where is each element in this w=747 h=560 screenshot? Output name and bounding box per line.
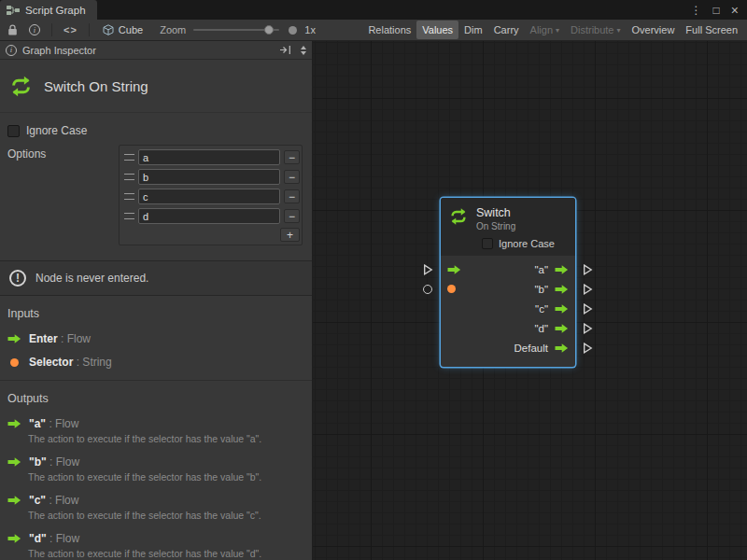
option-value-input[interactable]	[138, 208, 280, 224]
warning-box: ! Node is never entered.	[0, 260, 312, 296]
drag-handle-icon[interactable]	[124, 213, 134, 219]
graph-toolbar: i <> Cube Zoom 1x Relations Values Dim C…	[0, 20, 747, 41]
port-label: "b"	[534, 284, 548, 295]
graph-canvas[interactable]: Switch On String Ignore Case	[313, 41, 747, 560]
option-value-input[interactable]	[138, 189, 280, 204]
selector-port-icon[interactable]	[447, 285, 456, 293]
node-port-row-default: Default	[441, 338, 575, 357]
flow-outlet-triangle[interactable]	[583, 322, 593, 334]
section-divider	[0, 380, 312, 381]
port-label: Default	[514, 343, 548, 354]
dock-panel-icon[interactable]	[279, 45, 291, 55]
warning-icon: !	[9, 270, 26, 287]
graph-target-label: Cube	[119, 24, 143, 35]
ignore-case-row: Ignore Case	[7, 124, 304, 137]
node-ports: "a" "b"	[441, 256, 575, 367]
script-graph-icon	[7, 5, 20, 16]
node-port-row-c: "c"	[441, 299, 575, 318]
node-ignore-case-row: Ignore Case	[482, 238, 568, 249]
zoom-value: 1x	[304, 24, 316, 35]
graph-inspector-header: i Graph Inspector	[0, 41, 312, 60]
output-port-icon[interactable]	[555, 285, 569, 294]
drag-handle-icon[interactable]	[124, 174, 134, 180]
zoom-slider-knob[interactable]	[264, 25, 274, 35]
close-icon[interactable]: ×	[731, 4, 739, 17]
overview-button[interactable]: Overview	[627, 21, 681, 39]
output-port-description: The action to execute if the selector ha…	[28, 433, 304, 445]
output-port-description: The action to execute if the selector ha…	[28, 548, 304, 560]
window-controls: ⋮ □ ×	[691, 0, 747, 20]
remove-option-button[interactable]: −	[284, 150, 300, 164]
zoom-reset-icon[interactable]	[289, 26, 297, 35]
remove-option-button[interactable]: −	[284, 189, 300, 203]
graph-target[interactable]: Cube	[97, 24, 148, 35]
options-section: Options − −	[7, 145, 300, 245]
value-inlet-circle[interactable]	[423, 285, 432, 294]
zoom-slider[interactable]	[193, 23, 279, 36]
node-port-row-a: "a"	[441, 259, 575, 279]
option-value-input[interactable]	[138, 169, 280, 185]
node-header[interactable]: Switch On String Ignore Case	[441, 198, 575, 256]
tab-script-graph[interactable]: Script Graph	[0, 0, 97, 20]
drag-handle-icon[interactable]	[124, 154, 134, 161]
output-port-icon[interactable]	[555, 304, 569, 314]
lock-icon[interactable]	[4, 21, 21, 39]
align-dropdown[interactable]: Align ▾	[525, 21, 565, 39]
option-row: −	[121, 167, 300, 187]
values-toggle[interactable]: Values	[416, 21, 458, 39]
options-list: − − −	[119, 145, 303, 245]
remove-option-button[interactable]: −	[284, 209, 300, 223]
graph-inspector-panel: i Graph Inspector	[0, 41, 313, 560]
toolbar-separator	[51, 23, 52, 36]
output-port-c: "c" : Flow	[7, 494, 304, 507]
flow-arrow-icon	[7, 334, 21, 343]
cube-icon	[103, 24, 114, 35]
output-port-description: The action to execute if the selector ha…	[28, 510, 304, 522]
scroll-up-icon[interactable]	[301, 46, 306, 49]
node-ignore-case-checkbox[interactable]	[482, 238, 493, 249]
output-port-icon[interactable]	[555, 343, 569, 353]
inspector-node-title: Switch On String	[44, 78, 148, 94]
node-title-block: Switch On String	[0, 60, 312, 113]
flow-outlet-triangle[interactable]	[583, 283, 593, 295]
value-port-icon	[10, 358, 19, 367]
output-port-icon[interactable]	[555, 324, 569, 333]
full-screen-button[interactable]: Full Screen	[680, 21, 743, 39]
node-subtitle: On String	[476, 221, 515, 231]
distribute-dropdown[interactable]: Distribute ▾	[565, 21, 626, 39]
inspector-body: Switch On String Ignore Case Options −	[0, 60, 312, 560]
options-label: Options	[7, 145, 119, 161]
flow-outlet-triangle[interactable]	[583, 263, 593, 275]
dim-toggle[interactable]: Dim	[458, 21, 488, 39]
flow-arrow-icon	[7, 419, 21, 428]
relations-toggle[interactable]: Relations	[362, 21, 416, 39]
remove-option-button[interactable]: −	[284, 170, 300, 184]
inputs-header: Inputs	[7, 307, 304, 320]
option-row: −	[121, 147, 300, 167]
option-value-input[interactable]	[138, 149, 280, 165]
ignore-case-checkbox[interactable]	[7, 125, 20, 137]
enter-port-icon[interactable]	[447, 265, 461, 274]
flow-outlet-triangle[interactable]	[583, 302, 593, 315]
node-port-row-b: "b"	[441, 279, 575, 299]
window-menu-icon[interactable]: ⋮	[691, 5, 702, 16]
outputs-header: Outputs	[7, 392, 304, 405]
flow-outlet-triangle[interactable]	[583, 342, 593, 354]
code-view-icon[interactable]: <>	[60, 21, 81, 39]
maximize-icon[interactable]: □	[713, 5, 720, 16]
info-icon: i	[6, 45, 17, 56]
scroll-down-icon[interactable]	[301, 51, 306, 55]
panel-scroll-spinner[interactable]	[301, 46, 306, 55]
graph-inspector-title: Graph Inspector	[22, 45, 96, 56]
flow-arrow-icon	[7, 457, 21, 467]
drag-handle-icon[interactable]	[124, 193, 134, 200]
output-port-icon[interactable]	[555, 265, 569, 274]
port-label: "d"	[534, 323, 548, 334]
port-label: "a"	[534, 264, 548, 275]
switch-on-string-node[interactable]: Switch On String Ignore Case	[441, 198, 575, 367]
flow-inlet-triangle[interactable]	[423, 263, 433, 275]
add-option-button[interactable]: +	[280, 228, 300, 242]
info-toggle-icon[interactable]: i	[25, 21, 44, 39]
input-port-selector: Selector : String	[7, 356, 304, 369]
carry-toggle[interactable]: Carry	[488, 21, 525, 39]
